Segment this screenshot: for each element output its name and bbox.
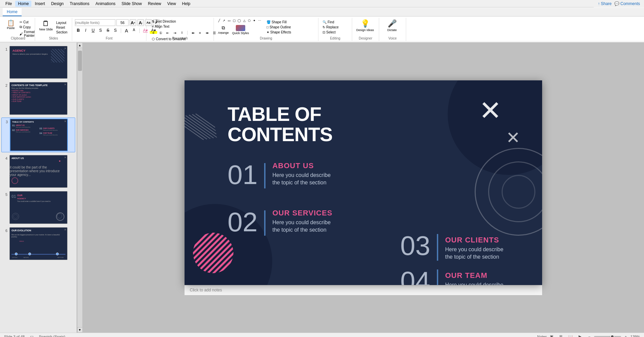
- normal-view-button[interactable]: ▣: [548, 334, 555, 337]
- shape-outline-button[interactable]: □ Shape Outline: [265, 25, 292, 29]
- reset-button[interactable]: Reset: [55, 25, 69, 30]
- slide-thumb-5[interactable]: 5 01 OUR AGENCY You could enter a subtit…: [1, 190, 75, 225]
- decrease-font-size-button[interactable]: A-: [137, 19, 144, 26]
- slideshow-button[interactable]: ▶: [577, 334, 583, 337]
- shape-fill-icon: 🪣: [267, 20, 271, 24]
- replace-button[interactable]: ↻ Replace: [321, 25, 340, 29]
- font-name-input[interactable]: [75, 19, 115, 26]
- cut-button[interactable]: ✂ Cut: [18, 20, 36, 24]
- section-button[interactable]: Section: [55, 30, 69, 34]
- reading-view-button[interactable]: 📖: [567, 334, 574, 337]
- slide2-close[interactable]: ✕: [64, 83, 66, 86]
- zoom-level[interactable]: 139%: [631, 335, 640, 337]
- slide6-close[interactable]: ✕: [64, 228, 66, 231]
- transitions-menu[interactable]: Transitions: [67, 1, 92, 7]
- scroll-up-button[interactable]: ▲: [77, 43, 83, 48]
- toc-item-04[interactable]: 04 OUR TEAM Here you could describe the …: [400, 268, 504, 285]
- arrange-button[interactable]: ⧉ Arrange: [217, 24, 230, 35]
- review-menu[interactable]: Review: [145, 1, 164, 7]
- slide-thumb-1[interactable]: 1 AGENCY Here is where your presentation…: [1, 45, 75, 79]
- shape-btn-star[interactable]: ✦: [252, 19, 257, 23]
- shadow-button[interactable]: S: [97, 28, 104, 34]
- slide-main-title[interactable]: TABLE OF CONTENTS: [228, 104, 333, 145]
- insert-menu[interactable]: Insert: [32, 1, 48, 7]
- align-text-button[interactable]: ≡ Align Text: [150, 24, 171, 29]
- paragraph-group-label: Paragraph: [146, 36, 214, 40]
- slide-panel-scrollbar[interactable]: ▲ ▼: [77, 43, 82, 333]
- increase-font-size-button[interactable]: A+: [130, 19, 136, 26]
- find-button[interactable]: 🔍 Find: [321, 20, 340, 24]
- toc-item-03[interactable]: 03 OUR CLIENTS Here you could describe t…: [400, 232, 504, 261]
- align-center-button[interactable]: ≡: [197, 30, 203, 35]
- slide-thumb-4[interactable]: 4 ABOUT US it could be the part of the p…: [1, 154, 75, 188]
- font-size-input[interactable]: [116, 19, 129, 26]
- notes-bar[interactable]: Click to add notes: [185, 285, 542, 295]
- new-slide-button[interactable]: 🗒 New Slide: [38, 19, 54, 32]
- shape-btn-more[interactable]: ⋯: [257, 19, 262, 23]
- italic-button[interactable]: I: [82, 28, 89, 34]
- bold-button[interactable]: B: [75, 28, 82, 34]
- decrease-indent-button[interactable]: ⇤: [165, 30, 171, 35]
- bullets-button[interactable]: ≡: [150, 30, 157, 35]
- format-painter-icon: 🖌: [20, 32, 23, 36]
- text-direction-button[interactable]: ⇅ Text Direction: [150, 19, 177, 24]
- align-right-button[interactable]: ➡: [204, 30, 210, 35]
- zoom-slider[interactable]: [594, 336, 621, 337]
- slide-thumb-6[interactable]: 6 OUR EVOLUTION We are the biggest prese…: [1, 227, 75, 261]
- toc-desc-03: Here you could describe the topic of the…: [445, 246, 503, 261]
- shape-btn-triangle[interactable]: △: [242, 19, 247, 23]
- strikethrough-button[interactable]: S: [105, 28, 111, 34]
- design-ideas-button[interactable]: 💡 Design Ideas: [355, 19, 375, 32]
- share-button[interactable]: ↑ Share: [598, 1, 612, 6]
- shape-btn-arrow[interactable]: ↗: [222, 19, 226, 23]
- shape-fill-button[interactable]: 🪣 Shape Fill: [265, 20, 292, 24]
- select-button[interactable]: ⊡ Select: [321, 30, 340, 34]
- font-size-small-a-button[interactable]: A: [131, 28, 137, 34]
- shape-btn-round-rect[interactable]: ▢: [232, 19, 236, 23]
- shape-btn-line[interactable]: ╱: [217, 19, 221, 23]
- scroll-thumb[interactable]: [78, 51, 82, 71]
- font-size-aa-button[interactable]: A: [123, 28, 130, 34]
- slide-thumb-2[interactable]: 2 CONTENTS OF THIS TEMPLATE Here you fin…: [1, 81, 75, 115]
- copy-button[interactable]: ⧉ Copy: [18, 25, 36, 29]
- file-menu[interactable]: File: [3, 1, 15, 7]
- help-menu[interactable]: Help: [179, 1, 193, 7]
- align-left-button[interactable]: ⬅: [190, 30, 196, 35]
- animations-menu[interactable]: Animations: [93, 1, 118, 7]
- increase-indent-button[interactable]: ⇥: [172, 30, 178, 35]
- numbering-button[interactable]: ①: [158, 30, 164, 35]
- toc-heading-03: OUR CLIENTS: [445, 236, 503, 244]
- slide1-close[interactable]: ✕: [64, 47, 66, 50]
- slide-number-3: 3: [2, 119, 8, 124]
- shape-btn-rect[interactable]: ▭: [227, 19, 231, 23]
- slide-number-2: 2: [2, 82, 7, 87]
- toc-item-01[interactable]: 01 ABOUT US Here you could describe the …: [228, 161, 331, 188]
- design-menu[interactable]: Design: [48, 1, 66, 7]
- zoom-in-button[interactable]: +: [622, 334, 629, 337]
- notes-button[interactable]: Notes: [539, 334, 545, 337]
- slide4-close[interactable]: ✕: [64, 156, 66, 159]
- toc-item-02[interactable]: 02 OUR SERVICES Here you could describe …: [228, 209, 333, 236]
- comments-button[interactable]: 💬 Comments: [614, 1, 640, 6]
- home-menu[interactable]: Home: [15, 1, 31, 7]
- shape-effects-button[interactable]: ✦ Shape Effects: [265, 30, 292, 34]
- slide-canvas[interactable]: ✕ ✕: [185, 80, 542, 285]
- deco-circle-outline-3: [502, 175, 535, 209]
- layout-button[interactable]: Layout: [55, 21, 69, 25]
- slide-thumb-3[interactable]: 3 TABLE OF CONTENTS 01 ABOUT USHere you …: [1, 118, 75, 152]
- slideshow-menu[interactable]: Slide Show: [119, 1, 144, 7]
- quick-styles-button[interactable]: Quick Styles: [231, 24, 250, 35]
- char-spacing-button[interactable]: S: [112, 28, 119, 34]
- zoom-out-button[interactable]: −: [586, 334, 593, 337]
- columns-button[interactable]: ⫴: [179, 30, 185, 35]
- underline-button[interactable]: U: [90, 28, 96, 34]
- slide-sorter-button[interactable]: ⊞: [558, 334, 564, 337]
- quick-styles-icon: [236, 25, 245, 31]
- scroll-down-button[interactable]: ▼: [77, 327, 83, 333]
- shape-btn-circle[interactable]: ◯: [237, 19, 242, 23]
- slide3-close[interactable]: ✕: [64, 120, 66, 123]
- shape-btn-pentagon[interactable]: ⬠: [247, 19, 252, 23]
- tab-home[interactable]: Home: [3, 8, 22, 16]
- dictate-button[interactable]: 🎤 Dictate: [382, 19, 402, 32]
- view-menu[interactable]: View: [165, 1, 179, 7]
